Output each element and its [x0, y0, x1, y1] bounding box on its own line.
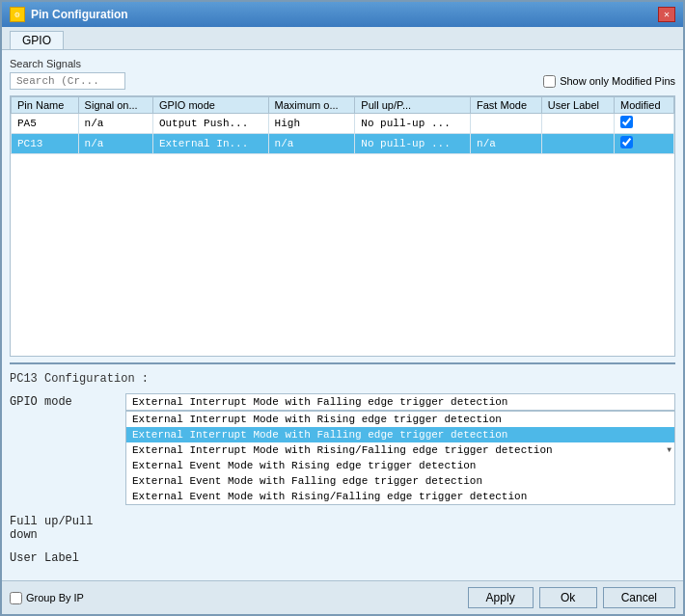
show-modified-label: Show only Modified Pins: [560, 75, 675, 87]
search-label: Search Signals: [10, 58, 675, 69]
window-title: Pin Configuration: [31, 8, 128, 21]
config-section: PC13 Configuration : GPIO mode External …: [10, 362, 675, 573]
ok-button[interactable]: Ok: [539, 587, 597, 608]
search-input[interactable]: [10, 72, 125, 90]
config-row-user-label: User Label: [10, 549, 675, 565]
config-row-gpio-mode: GPIO mode External Interrupt Mode with F…: [10, 393, 675, 505]
pin-table: Pin Name Signal on... GPIO mode Maximum …: [11, 96, 674, 154]
gpio-mode-option[interactable]: External Interrupt Mode with Rising edge…: [126, 412, 674, 427]
col-signal-on: Signal on...: [78, 97, 152, 114]
button-group: Apply Ok Cancel: [468, 587, 675, 608]
col-user-label: User Label: [541, 97, 614, 114]
search-row: Show only Modified Pins: [10, 72, 675, 90]
main-window: ⚙ Pin Configuration ✕ GPIO Search Signal…: [0, 0, 685, 616]
gpio-mode-dropdown-wrapper: External Interrupt Mode with Falling edg…: [125, 393, 675, 505]
title-bar: ⚙ Pin Configuration ✕: [2, 2, 683, 27]
tab-gpio[interactable]: GPIO: [10, 31, 64, 49]
table-row[interactable]: PA5n/aOutput Push...HighNo pull-up ...: [12, 114, 674, 134]
modified-checkbox[interactable]: [620, 136, 633, 148]
pin-table-container: Pin Name Signal on... GPIO mode Maximum …: [10, 95, 675, 357]
gpio-mode-option[interactable]: External Interrupt Mode with Rising/Fall…: [126, 442, 674, 458]
main-content: Search Signals Show only Modified Pins P…: [2, 50, 683, 580]
table-header-row: Pin Name Signal on... GPIO mode Maximum …: [12, 97, 674, 114]
group-by-ip-label: Group By IP: [26, 592, 84, 603]
show-modified-row: Show only Modified Pins: [543, 75, 675, 88]
cancel-button[interactable]: Cancel: [603, 587, 675, 608]
group-by-ip-row: Group By IP: [10, 592, 84, 604]
gpio-mode-dropdown-list: External Interrupt Mode with Rising edge…: [125, 411, 675, 505]
config-row-pull: Full up/Pull down: [10, 513, 675, 542]
search-section: Search Signals Show only Modified Pins: [10, 58, 675, 90]
gpio-mode-option[interactable]: External Event Mode with Rising/Falling …: [126, 489, 674, 504]
tab-bar: GPIO: [2, 27, 683, 50]
window-icon: ⚙: [10, 7, 25, 22]
col-pull-up: Pull up/P...: [355, 97, 471, 114]
gpio-mode-selected-value: External Interrupt Mode with Falling edg…: [132, 396, 507, 408]
dropdown-arrow-icon: ▼: [667, 445, 671, 454]
apply-button[interactable]: Apply: [468, 587, 534, 608]
config-label-gpio-mode: GPIO mode: [10, 393, 125, 409]
col-max-output: Maximum o...: [268, 97, 355, 114]
show-modified-checkbox[interactable]: [543, 75, 556, 88]
bottom-bar: Group By IP Apply Ok Cancel: [2, 580, 683, 614]
col-gpio-mode: GPIO mode: [152, 97, 268, 114]
gpio-mode-option[interactable]: External Event Mode with Falling edge tr…: [126, 473, 674, 489]
col-pin-name: Pin Name: [12, 97, 79, 114]
group-by-ip-checkbox[interactable]: [10, 592, 22, 604]
close-button[interactable]: ✕: [658, 7, 675, 22]
modified-checkbox[interactable]: [620, 116, 633, 128]
config-label-pull: Full up/Pull down: [10, 513, 125, 542]
config-control-gpio-mode: External Interrupt Mode with Falling edg…: [125, 393, 675, 505]
col-fast-mode: Fast Mode: [471, 97, 542, 114]
gpio-mode-dropdown[interactable]: External Interrupt Mode with Falling edg…: [125, 393, 675, 411]
table-row[interactable]: PC13n/aExternal In...n/aNo pull-up ...n/…: [12, 134, 674, 154]
gpio-mode-option[interactable]: External Event Mode with Rising edge tri…: [126, 458, 674, 473]
pin-table-body: PA5n/aOutput Push...HighNo pull-up ...PC…: [12, 114, 674, 154]
gpio-mode-option[interactable]: External Interrupt Mode with Falling edg…: [126, 427, 674, 442]
col-modified: Modified: [614, 97, 673, 114]
config-title: PC13 Configuration :: [10, 372, 675, 386]
config-label-user-label: User Label: [10, 549, 125, 565]
